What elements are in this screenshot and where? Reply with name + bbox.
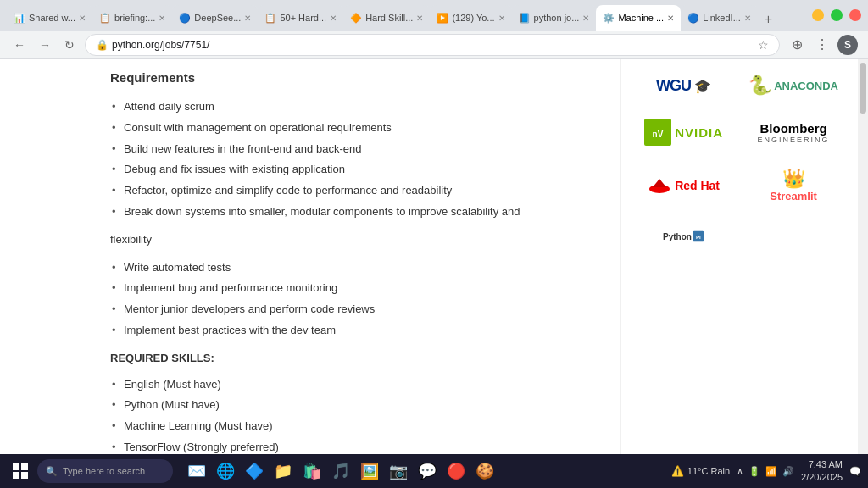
tab-label: Hard Skill... [365,13,413,23]
taskbar-app-chrome[interactable]: 🌐 [212,458,239,485]
sound-icon: 🔊 [782,466,794,477]
back-button[interactable]: ← [10,36,29,53]
tab-machine[interactable]: ⚙️ Machine ... ✕ [596,5,681,30]
requirements-list-2: Write automated tests Implement bug and … [110,258,604,341]
windows-icon [13,463,28,479]
tab-close[interactable]: ✕ [416,14,423,23]
window-controls: − □ ✕ [812,9,861,21]
address-bar: ← → ↻ 🔒 python.org/jobs/7751/ ☆ ⊕ ⋮ S [0,30,868,59]
list-item: TensorFlow (Strongly preferred) [110,437,604,454]
taskbar-app-cookie[interactable]: 🍪 [471,458,498,485]
nvidia-text: NVIDIA [675,125,723,140]
forward-button[interactable]: → [36,36,54,53]
tab-50hard[interactable]: 📋 50+ Hard... ✕ [258,5,343,30]
tab-label: python jo... [534,13,580,23]
sidebar-logos: WGU 🎓 🐍 ANACONDA nV [620,59,858,454]
profile-avatar[interactable]: S [837,35,858,55]
settings-icon[interactable]: ⋮ [812,35,832,55]
taskbar-app-mail[interactable]: ✉️ [183,458,210,485]
taskbar-search[interactable]: 🔍 Type here to search [37,459,173,483]
list-item: Machine Learning (Must have) [110,416,604,437]
python-institute-logo: Python PI [634,218,733,255]
scrollbar-thumb[interactable] [860,63,866,114]
list-item: Mentor junior developers and perform cod… [110,299,604,320]
maximize-button[interactable]: □ [831,9,843,21]
tab-icon: 📘 [519,13,531,24]
flexibility-text: flexibility [110,231,604,249]
tab-close[interactable]: ✕ [667,14,674,23]
list-item: Attend daily scrum [110,97,604,118]
taskbar-app-photos[interactable]: 🖼️ [356,458,383,485]
tab-close[interactable]: ✕ [582,14,589,23]
list-item: Implement bug and performance monitoring [110,278,604,299]
warning-icon: ⚠️ [671,465,684,477]
battery-icon: 🔋 [748,466,760,477]
svg-rect-7 [13,463,19,470]
url-bar[interactable]: 🔒 python.org/jobs/7751/ ☆ [85,34,780,56]
wifi-icon: 📶 [765,466,777,477]
tab-label: DeepSee... [194,13,241,23]
minimize-button[interactable]: − [812,9,824,21]
list-item: English (Must have) [110,374,604,396]
streamlit-logo: 👑 Streamlit [742,161,845,209]
tab-pythonjob[interactable]: 📘 python jo... ✕ [512,5,597,30]
system-tray-icons: ∧ 🔋 📶 🔊 [737,466,794,477]
taskbar-app-search[interactable]: 🔴 [442,458,470,485]
tab-label: Shared w... [29,13,75,23]
tab-youtube[interactable]: ▶️ (129) Yo... ✕ [430,5,511,30]
svg-text:nV: nV [653,130,664,139]
taskbar-app-instagram[interactable]: 📷 [385,458,412,485]
python-institute-icon: Python PI [663,225,705,248]
notification-icon[interactable]: 🗨️ [849,466,861,477]
redhat-logo: Red Hat [634,161,733,209]
extension-icon[interactable]: ⊕ [787,35,807,55]
tab-label: briefing:... [114,13,155,23]
taskbar-app-store[interactable]: 🛍️ [298,458,326,485]
taskbar-app-icons: ✉️ 🌐 🔷 📁 🛍️ 🎵 🖼️ 📷 💬 🔴 🍪 [183,458,498,485]
refresh-button[interactable]: ↻ [61,36,78,53]
new-tab-button[interactable]: + [758,8,779,30]
tab-close[interactable]: ✕ [498,14,505,23]
streamlit-text: Streamlit [770,190,817,202]
taskbar-app-music[interactable]: 🎵 [327,458,354,485]
tab-icon: 📋 [264,13,276,24]
tab-shared[interactable]: 📊 Shared w... ✕ [7,5,92,30]
taskbar-right: ⚠️ 11°C Rain ∧ 🔋 📶 🔊 7:43 AM 2/20/2025 🗨… [671,458,861,485]
close-button[interactable]: ✕ [849,9,861,21]
anaconda-logo: 🐍 ANACONDA [742,68,845,103]
content-area: Requirements Attend daily scrum Consult … [0,59,868,454]
scrollbar[interactable] [858,59,868,454]
list-item: Consult with management on operational r… [110,118,604,139]
skills-list: English (Must have) Python (Must have) M… [110,374,604,454]
redhat-hat-icon [648,177,671,194]
list-item: Refactor, optimize and simplify code to … [110,180,604,202]
tab-deepsee[interactable]: 🔵 DeepSee... ✕ [172,5,258,30]
taskbar-app-whatsapp[interactable]: 💬 [414,458,441,485]
list-item: Python (Must have) [110,395,604,416]
taskbar-app-edge[interactable]: 🔷 [241,458,268,485]
svg-rect-10 [21,472,28,479]
date-display: 2/20/2025 [801,471,843,484]
chrome-window: 📊 Shared w... ✕ 📋 briefing:... ✕ 🔵 DeepS… [0,0,868,488]
section-heading: Requirements [110,68,604,88]
tab-label: LinkedI... [703,13,741,23]
tab-briefing[interactable]: 📋 briefing:... ✕ [92,5,172,30]
tab-close[interactable]: ✕ [744,14,751,23]
tab-bar: 📊 Shared w... ✕ 📋 briefing:... ✕ 🔵 DeepS… [7,0,802,30]
taskbar-app-files[interactable]: 📁 [270,458,297,485]
tab-close[interactable]: ✕ [79,14,86,23]
tab-close[interactable]: ✕ [159,14,165,23]
tab-close[interactable]: ✕ [244,14,251,23]
tab-close[interactable]: ✕ [330,14,337,23]
tab-hardskill[interactable]: 🔶 Hard Skill... ✕ [343,5,430,30]
tab-icon: 📋 [99,13,111,24]
chevron-up-icon[interactable]: ∧ [737,466,743,477]
required-skills-label: REQUIRED SKILLS: [110,350,604,368]
bookmark-icon[interactable]: ☆ [758,38,769,52]
tab-linkedin[interactable]: 🔵 LinkedI... ✕ [681,5,758,30]
svg-text:Python: Python [663,232,692,241]
redhat-text: Red Hat [675,179,720,192]
nvidia-logo: nV NVIDIA [634,112,733,152]
list-item: Break down systems into smaller, modular… [110,202,604,223]
start-button[interactable] [7,458,34,485]
